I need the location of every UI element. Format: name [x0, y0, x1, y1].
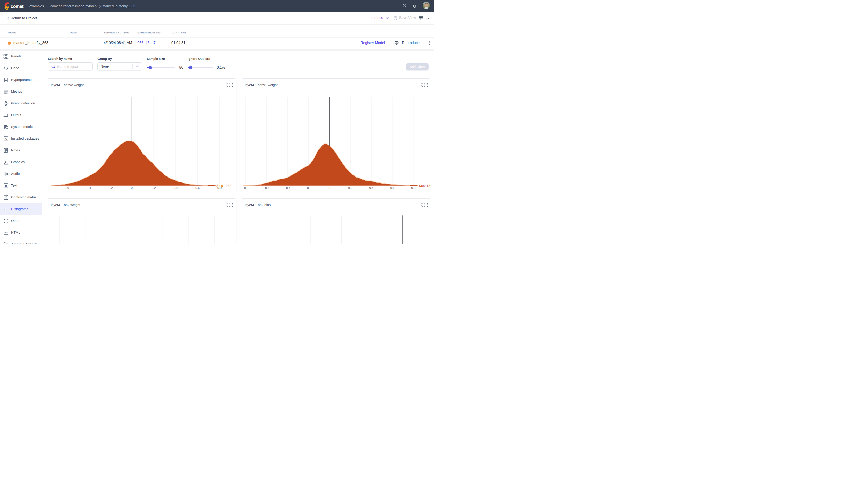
svg-text:−0.2: −0.2 [107, 186, 113, 190]
svg-text:Py: Py [4, 138, 7, 140]
svg-text:0: 0 [131, 186, 133, 190]
svg-text:0.6: 0.6 [390, 186, 395, 190]
svg-text:0.2: 0.2 [152, 186, 156, 190]
svg-text:−0.4: −0.4 [85, 186, 91, 190]
svg-text:Step 1242: Step 1242 [216, 184, 231, 188]
svg-text:0.8: 0.8 [411, 186, 415, 190]
svg-text:Step 1242: Step 1242 [419, 184, 431, 188]
svg-text:−0.8: −0.8 [242, 186, 248, 190]
svg-text:0: 0 [329, 186, 330, 190]
svg-text:?: ? [404, 4, 405, 7]
svg-text:0.2: 0.2 [348, 186, 352, 190]
svg-text:0.6: 0.6 [195, 186, 200, 190]
svg-text:0.4: 0.4 [369, 186, 374, 190]
svg-text:−0.2: −0.2 [305, 186, 311, 190]
svg-text:comet: comet [11, 4, 24, 9]
svg-text:−0.6: −0.6 [63, 186, 69, 190]
svg-text:Tr: Tr [5, 184, 7, 187]
svg-text:HTML: HTML [4, 232, 8, 234]
svg-text:0.4: 0.4 [174, 186, 178, 190]
svg-text:−0.6: −0.6 [264, 186, 270, 190]
svg-text:−0.4: −0.4 [284, 186, 290, 190]
